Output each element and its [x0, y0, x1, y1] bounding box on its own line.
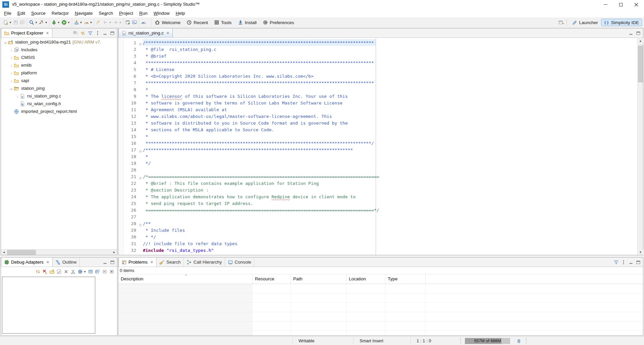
menu-refactor[interactable]: Refactor [49, 10, 72, 17]
search-button[interactable]: ▼ [28, 18, 38, 26]
collapse-all-button[interactable] [72, 29, 79, 37]
tab-console[interactable]: Console [225, 258, 255, 267]
debug-adapters-list[interactable] [2, 277, 95, 334]
tab-rsi-station-ping-c[interactable]: c rsi_station_ping.c [118, 28, 173, 38]
column-header-type[interactable]: Type [385, 274, 426, 284]
back-button[interactable]: ▼ [102, 18, 112, 26]
dropdown-arrow-icon[interactable]: ▼ [90, 21, 93, 24]
filter-button[interactable] [613, 259, 620, 266]
close-item-button[interactable] [63, 268, 69, 276]
code-area[interactable]: 1/**************************************… [124, 38, 637, 255]
window-maximize-button[interactable] [613, 0, 629, 9]
perspective-simplicity-ide[interactable]: { }Simplicity IDE [601, 19, 642, 26]
save-button[interactable] [12, 18, 19, 26]
view-menu-button[interactable] [94, 29, 101, 37]
tree-item-sapi[interactable]: sapi [1, 77, 117, 84]
menu-run[interactable]: Run [136, 10, 151, 17]
flash-programmer-button[interactable]: ▼ [73, 18, 83, 26]
tree-item-station-ping[interactable]: station_ping [1, 84, 117, 92]
fold-collapse-icon[interactable] [138, 174, 143, 179]
editor-vscrollbar[interactable]: ▲ ▼ [637, 38, 643, 255]
preferences-button[interactable]: Preferences [260, 18, 297, 26]
minimize-button[interactable] [628, 29, 634, 37]
save-all-button[interactable] [19, 18, 26, 26]
menu-window[interactable]: Window [151, 10, 173, 17]
tree-item-emlib[interactable]: emlib [1, 61, 117, 69]
window-minimize-button[interactable] [598, 0, 613, 9]
welcome-button[interactable]: Welcome [152, 18, 183, 26]
open-wizard-button[interactable] [124, 18, 131, 26]
chevron-right-icon[interactable] [9, 63, 13, 67]
expand-box-button[interactable] [108, 268, 115, 276]
tab-debug-adapters[interactable]: Debug Adapters [1, 258, 53, 267]
dropdown-arrow-icon[interactable]: ▼ [109, 21, 111, 24]
minimize-button[interactable] [102, 259, 108, 266]
run-button[interactable]: ▼ [61, 18, 71, 26]
debug-button[interactable]: ▼ [51, 18, 61, 26]
dropdown-arrow-icon[interactable]: ▼ [35, 21, 38, 24]
chevron-right-icon[interactable] [9, 71, 13, 75]
forward-button[interactable]: ▼ [112, 18, 122, 26]
column-header-path[interactable]: Path [291, 274, 346, 284]
chevron-right-icon[interactable] [9, 79, 13, 83]
settings-gear-button[interactable]: ▼ [77, 268, 87, 276]
filter-button[interactable] [87, 29, 94, 37]
menu-navigate[interactable]: Navigate [72, 10, 96, 17]
debug-attach-button[interactable] [131, 18, 138, 26]
maximize-button[interactable] [109, 259, 116, 266]
detach-button[interactable] [70, 268, 76, 276]
delete-connection-button[interactable] [42, 268, 48, 276]
tree-item-rsi-wlan-config-h[interactable]: hrsi_wlan_config.h [1, 100, 117, 108]
last-edit-location-button[interactable] [95, 18, 102, 26]
project-explorer-hscrollbar[interactable]: ◄ ► [1, 249, 117, 255]
menu-file[interactable]: File [1, 10, 14, 17]
menu-help[interactable]: Help [173, 10, 188, 17]
tree-item-cmsis[interactable]: CMSIS [1, 54, 117, 61]
tree-item-imported-project-report-html[interactable]: imported_project_report.html [1, 108, 117, 115]
close-icon[interactable] [46, 31, 49, 35]
tab-call-hierarchy[interactable]: Call Hierarchy [184, 258, 225, 267]
close-icon[interactable] [150, 260, 154, 264]
tab-outline[interactable]: Outline [53, 258, 80, 267]
run-garbage-collector-button[interactable] [516, 338, 522, 344]
dropdown-arrow-icon[interactable]: ▼ [9, 21, 12, 24]
tab-search[interactable]: Search [157, 258, 184, 267]
menu-project[interactable]: Project [116, 10, 136, 17]
columns-table-button[interactable] [87, 268, 94, 276]
copy-table-button[interactable] [94, 268, 101, 276]
recent-button[interactable]: Recent [183, 18, 211, 26]
dropdown-arrow-icon[interactable]: ▼ [80, 21, 83, 24]
chevron-down-icon[interactable] [9, 86, 13, 90]
menu-search[interactable]: Search [96, 10, 116, 17]
chevron-right-icon[interactable] [15, 94, 19, 98]
window-close-button[interactable] [629, 0, 644, 9]
chevron-right-icon[interactable] [9, 48, 13, 52]
maximize-button[interactable] [635, 29, 642, 37]
close-icon[interactable] [46, 260, 50, 264]
scroll-right-icon[interactable]: ► [111, 250, 117, 255]
fold-collapse-icon[interactable] [138, 221, 143, 226]
maximize-button[interactable] [109, 29, 116, 37]
column-header-description[interactable]: ^Description [118, 274, 253, 284]
scroll-left-icon[interactable]: ◄ [1, 250, 7, 255]
maximize-button[interactable] [635, 259, 642, 266]
view-menu-button[interactable] [620, 259, 627, 266]
sort-button[interactable] [35, 268, 41, 276]
fold-collapse-icon[interactable] [138, 147, 143, 152]
dropdown-arrow-icon[interactable]: ▼ [119, 21, 121, 24]
build-button[interactable]: ▼ [38, 18, 48, 26]
open-perspective-button[interactable] [558, 18, 565, 26]
menu-edit[interactable]: Edit [14, 10, 28, 17]
minimize-button[interactable] [628, 259, 634, 266]
vscroll-thumb[interactable] [638, 46, 643, 82]
close-icon[interactable] [166, 31, 170, 35]
energy-profiler-button[interactable]: ▼ [83, 18, 93, 26]
minimize-button[interactable] [102, 29, 108, 37]
scroll-down-icon[interactable]: ▼ [638, 250, 643, 255]
dropdown-arrow-icon[interactable]: ▼ [57, 21, 60, 24]
tab-problems[interactable]: Problems [118, 258, 157, 267]
collapse-box-button[interactable] [101, 268, 108, 276]
chevron-right-icon[interactable] [9, 56, 13, 60]
install-button[interactable]: Install [235, 18, 260, 26]
tree-item-rsi-station-ping-c[interactable]: crsi_station_ping.c [1, 92, 117, 100]
